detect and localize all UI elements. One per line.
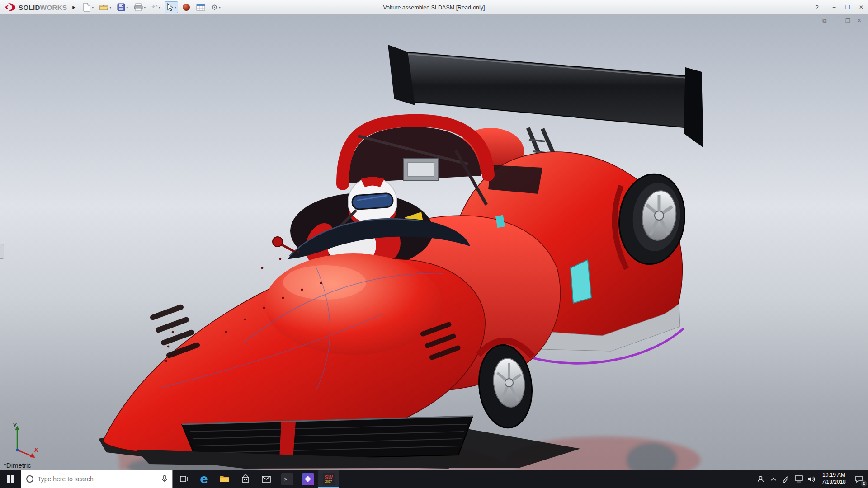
- print-button[interactable]: ▾: [132, 1, 147, 13]
- ds-logo-icon: [5, 2, 16, 12]
- window-controls: ? – ❐ ✕: [810, 0, 868, 14]
- store-icon: [241, 474, 250, 483]
- taskbar-purple-app-button[interactable]: [297, 470, 318, 488]
- doc-minimize-button[interactable]: —: [833, 17, 839, 24]
- solidworks-logo: SOLIDWORKS: [0, 2, 69, 12]
- taskbar-edge-button[interactable]: e: [193, 470, 214, 488]
- open-folder-icon: [99, 4, 108, 11]
- windows-taskbar: e >_ SW 2017: [0, 470, 868, 488]
- appearance-button[interactable]: [180, 1, 192, 13]
- sheet-button[interactable]: [194, 2, 207, 13]
- taskbar-store-button[interactable]: [235, 470, 256, 488]
- car-model-render[interactable]: [0, 15, 868, 470]
- pen-button[interactable]: [780, 470, 793, 488]
- purple-app-icon: [302, 473, 314, 485]
- brand-text: SOLIDWORKS: [19, 4, 67, 11]
- dropdown-arrow-icon: ▾: [144, 5, 146, 9]
- terminal-icon: >_: [281, 473, 293, 485]
- notification-badge: 2: [861, 480, 867, 487]
- appearance-sphere-icon: [182, 3, 190, 11]
- hidden-icons-button[interactable]: [767, 470, 780, 488]
- graphics-viewport[interactable]: ⧉ — ❐ ✕: [0, 15, 868, 470]
- dropdown-arrow-icon: ▾: [175, 5, 176, 9]
- minimize-button[interactable]: –: [827, 0, 841, 14]
- triad-y-label: Y: [13, 422, 17, 429]
- new-document-button[interactable]: ▾: [81, 1, 95, 14]
- dropdown-arrow-icon: ▾: [126, 5, 128, 9]
- select-tool-button[interactable]: ▾: [165, 1, 178, 13]
- new-document-icon: [83, 3, 91, 12]
- taskbar-search[interactable]: [21, 470, 173, 488]
- taskbar-clock[interactable]: 10:19 AM 7/13/2018: [818, 470, 850, 488]
- windows-logo-icon: [7, 475, 14, 483]
- document-window-controls: ⧉ — ❐ ✕: [822, 17, 862, 24]
- options-gear-icon: ⚙: [211, 4, 218, 11]
- save-button[interactable]: ▾: [115, 1, 130, 13]
- action-center-button[interactable]: 2: [850, 470, 868, 488]
- door-window-cyan: [571, 260, 591, 303]
- sheet-icon: [196, 4, 205, 11]
- help-button[interactable]: ?: [810, 0, 824, 14]
- microphone-icon[interactable]: [161, 475, 168, 483]
- window-title: Voiture assemblee.SLDASM [Read-only]: [383, 0, 485, 15]
- view-orientation-label: *Dimetric: [4, 461, 31, 469]
- doc-close-button[interactable]: ✕: [857, 17, 862, 24]
- undo-button[interactable]: ↶ ▾: [150, 2, 162, 13]
- quick-toolbar: ▾ ▾ ▾ ▾ ↶ ▾ ▾ ⚙ ▾: [81, 1, 222, 14]
- chevron-up-icon: [770, 477, 777, 481]
- save-icon: [117, 3, 125, 11]
- people-icon: [757, 475, 764, 483]
- reference-triad: Y X: [7, 422, 41, 460]
- feature-manager-splitter-tab[interactable]: [0, 244, 4, 259]
- volume-button[interactable]: [805, 470, 818, 488]
- solidworks-app-icon: SW 2017: [323, 473, 335, 485]
- cortana-icon: [26, 475, 34, 483]
- people-button[interactable]: [755, 470, 767, 488]
- network-button[interactable]: [793, 470, 805, 488]
- dropdown-arrow-icon: ▾: [109, 5, 111, 9]
- undo-icon: ↶: [151, 4, 157, 11]
- clock-date: 7/13/2018: [822, 479, 846, 486]
- search-input[interactable]: [38, 475, 158, 483]
- task-view-icon: [179, 475, 188, 483]
- taskbar-file-explorer-button[interactable]: [214, 470, 235, 488]
- mail-icon: [262, 476, 271, 483]
- start-button[interactable]: [0, 470, 21, 488]
- dropdown-arrow-icon: ▾: [159, 5, 160, 9]
- system-tray: 10:19 AM 7/13/2018 2: [755, 470, 868, 488]
- taskbar-solidworks-button[interactable]: SW 2017: [318, 470, 339, 488]
- taskbar-terminal-button[interactable]: >_: [277, 470, 297, 488]
- volume-icon: [807, 476, 816, 483]
- dropdown-arrow-icon: ▾: [219, 5, 221, 9]
- options-button[interactable]: ⚙ ▾: [209, 2, 222, 13]
- side-mirror: [273, 237, 295, 252]
- hood-dome: [265, 253, 442, 355]
- dropdown-arrow-icon: ▾: [92, 5, 94, 9]
- print-icon: [134, 3, 143, 11]
- open-button[interactable]: ▾: [98, 2, 113, 13]
- network-icon: [795, 475, 803, 483]
- clock-time: 10:19 AM: [822, 472, 846, 479]
- triad-x-label: X: [34, 447, 38, 453]
- pen-icon: [782, 475, 790, 483]
- taskbar-mail-button[interactable]: [256, 470, 277, 488]
- engine-cover-inset: [488, 165, 542, 194]
- menu-flyout-arrow[interactable]: ▶: [69, 5, 79, 9]
- triad-origin: [16, 449, 19, 451]
- task-view-button[interactable]: [173, 470, 193, 488]
- titlebar: SOLIDWORKS ▶ ▾ ▾ ▾ ▾ ↶ ▾ ▾: [0, 0, 868, 15]
- maximize-button[interactable]: ❐: [841, 0, 854, 14]
- doc-dock-button[interactable]: ⧉: [822, 17, 826, 24]
- doc-restore-button[interactable]: ❐: [845, 17, 850, 24]
- close-button[interactable]: ✕: [854, 0, 868, 14]
- edge-icon: e: [200, 473, 208, 485]
- select-cursor-icon: [166, 3, 174, 11]
- file-explorer-icon: [220, 475, 230, 483]
